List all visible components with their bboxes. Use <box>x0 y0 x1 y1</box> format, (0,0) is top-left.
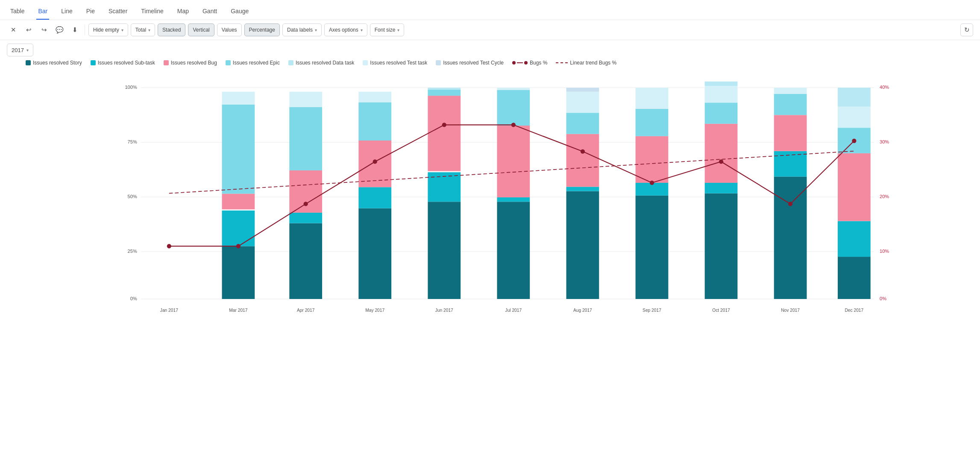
legend-label-testtask: Issues resolved Test task <box>370 60 427 66</box>
svg-rect-46 <box>566 134 599 187</box>
refresh-btn[interactable]: ↻ <box>960 23 973 36</box>
nav-bar[interactable]: Bar <box>36 4 49 20</box>
legend-swatch-datatask <box>288 60 293 65</box>
svg-text:Jan 2017: Jan 2017 <box>160 308 178 313</box>
data-labels-btn[interactable]: Data labels ▾ <box>282 23 322 36</box>
svg-rect-60 <box>705 86 738 103</box>
clear-btn[interactable]: ✕ <box>7 23 20 36</box>
nav-table[interactable]: Table <box>9 4 26 20</box>
legend-swatch-testtask <box>363 60 368 65</box>
svg-text:Dec 2017: Dec 2017 <box>845 308 863 313</box>
svg-rect-42 <box>497 90 530 126</box>
download-btn[interactable]: ⬇ <box>68 23 81 36</box>
svg-rect-68 <box>838 257 871 299</box>
svg-rect-19 <box>222 105 255 194</box>
svg-rect-74 <box>838 88 871 106</box>
svg-rect-54 <box>636 88 669 108</box>
nav-scatter[interactable]: Scatter <box>107 4 129 20</box>
hide-empty-label: Hide empty <box>93 27 119 33</box>
axes-options-btn[interactable]: Axes options ▾ <box>324 23 367 36</box>
undo-btn[interactable]: ↩ <box>22 23 35 36</box>
nav-gauge[interactable]: Gauge <box>229 4 250 20</box>
legend-bugs-pct: Bugs % <box>512 60 547 66</box>
dot-sep <box>650 181 654 185</box>
dot-aug <box>581 149 585 153</box>
stacked-label: Stacked <box>162 27 181 33</box>
chart-type-nav: Table Bar Line Pie Scatter Timeline Map … <box>0 0 980 20</box>
chart-toolbar: ✕ ↩ ↪ 💬 ⬇ Hide empty ▾ Total ▾ Stacked V… <box>0 20 980 40</box>
svg-rect-35 <box>428 171 461 173</box>
values-label: Values <box>222 27 237 33</box>
svg-rect-55 <box>705 193 738 299</box>
axes-options-label: Axes options <box>329 27 358 33</box>
svg-rect-25 <box>289 107 322 170</box>
year-btn[interactable]: 2017 ▾ <box>7 44 33 56</box>
nav-map[interactable]: Map <box>176 4 191 20</box>
percentage-label: Percentage <box>249 27 275 33</box>
svg-rect-66 <box>774 94 807 115</box>
legend-epic: Issues resolved Epic <box>226 60 280 66</box>
svg-rect-69 <box>838 221 871 257</box>
stacked-btn[interactable]: Stacked <box>158 23 185 36</box>
redo-btn[interactable]: ↪ <box>38 23 50 36</box>
nav-gantt[interactable]: Gantt <box>201 4 219 20</box>
svg-rect-41 <box>497 126 530 197</box>
nav-timeline[interactable]: Timeline <box>139 4 165 20</box>
svg-rect-18 <box>222 194 255 210</box>
svg-rect-67 <box>774 88 807 94</box>
svg-text:50%: 50% <box>128 194 137 199</box>
svg-rect-27 <box>358 208 391 299</box>
hide-empty-btn[interactable]: Hide empty ▾ <box>88 23 128 36</box>
legend-swatch-story <box>26 60 31 65</box>
nav-line[interactable]: Line <box>59 4 74 20</box>
percentage-btn[interactable]: Percentage <box>244 23 280 36</box>
svg-text:100%: 100% <box>125 85 137 90</box>
dot-mar <box>236 244 241 248</box>
legend-swatch-subtask <box>91 60 96 65</box>
bar-apr <box>289 92 322 299</box>
bar-oct <box>705 82 738 299</box>
svg-rect-56 <box>705 183 738 193</box>
svg-rect-16 <box>222 211 255 246</box>
svg-rect-24 <box>289 170 322 213</box>
legend-dashed-trend <box>556 62 568 63</box>
svg-text:0%: 0% <box>880 296 886 301</box>
font-size-btn[interactable]: Font size ▾ <box>370 23 405 36</box>
svg-text:Jul 2017: Jul 2017 <box>505 308 522 313</box>
comment-btn[interactable]: 💬 <box>53 23 66 36</box>
svg-rect-49 <box>566 88 599 91</box>
legend-subtask: Issues resolved Sub-task <box>91 60 155 66</box>
svg-rect-71 <box>838 153 871 221</box>
legend-trend: Linear trend Bugs % <box>556 60 616 66</box>
total-btn[interactable]: Total ▾ <box>131 23 155 36</box>
svg-text:Aug 2017: Aug 2017 <box>573 308 592 313</box>
bar-jun <box>428 88 461 299</box>
svg-rect-59 <box>705 103 738 123</box>
legend-label-datatask: Issues resolved Data task <box>296 60 354 66</box>
svg-rect-73 <box>838 107 871 128</box>
svg-rect-48 <box>566 92 599 113</box>
svg-text:Jun 2017: Jun 2017 <box>435 308 453 313</box>
legend-swatch-testcycle <box>436 60 441 65</box>
dot-apr <box>304 202 308 206</box>
svg-rect-21 <box>289 223 322 299</box>
legend-datatask: Issues resolved Data task <box>288 60 354 66</box>
year-selector: 2017 ▾ <box>7 44 973 56</box>
font-size-label: Font size <box>375 27 396 33</box>
svg-text:Sep 2017: Sep 2017 <box>643 308 661 313</box>
vertical-btn[interactable]: Vertical <box>188 23 214 36</box>
year-chevron: ▾ <box>26 48 29 53</box>
svg-rect-62 <box>774 176 807 299</box>
svg-rect-43 <box>497 88 530 90</box>
dot-jun <box>442 123 446 127</box>
svg-rect-47 <box>566 113 599 134</box>
dot-nov <box>788 202 792 206</box>
svg-rect-65 <box>774 115 807 151</box>
legend-label-subtask: Issues resolved Sub-task <box>98 60 155 66</box>
nav-pie[interactable]: Pie <box>85 4 97 20</box>
svg-rect-44 <box>566 191 599 299</box>
values-btn[interactable]: Values <box>217 23 242 36</box>
legend-dot-bugs2 <box>524 61 528 64</box>
svg-rect-37 <box>428 90 461 96</box>
svg-text:75%: 75% <box>128 139 137 144</box>
